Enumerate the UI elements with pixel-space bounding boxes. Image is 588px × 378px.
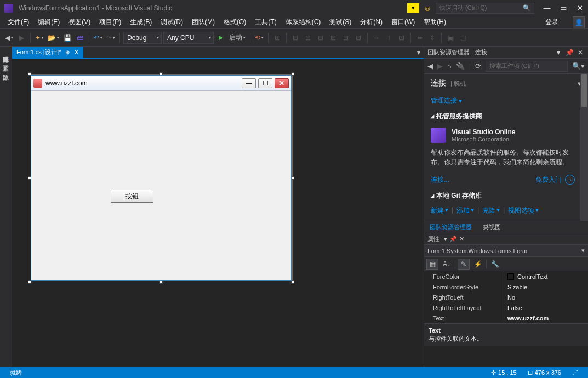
provider-section[interactable]: 托管服务提供商	[424, 108, 588, 124]
active-files-dropdown[interactable]: ▾	[414, 47, 424, 58]
start-button[interactable]: 启动	[228, 32, 247, 44]
menu-tools[interactable]: 工具(T)	[250, 16, 281, 28]
scroll-thumb[interactable]	[581, 74, 587, 107]
same-height-button[interactable]: ↕	[384, 32, 395, 44]
quick-launch-input[interactable]: 快速启动 (Ctrl+Q)🔍	[436, 3, 534, 14]
prop-row-rtllayout[interactable]: RightToLeftLayoutFalse	[424, 302, 588, 313]
menu-format[interactable]: 格式(O)	[219, 16, 250, 28]
undo-button[interactable]: ↶	[93, 32, 104, 44]
menu-debug[interactable]: 调试(D)	[156, 16, 187, 28]
home-icon[interactable]: ⌂	[447, 62, 452, 70]
resize-grip-icon[interactable]: ⋰	[567, 369, 584, 376]
prop-row-rtl[interactable]: RightToLeftNo	[424, 292, 588, 302]
refresh-icon[interactable]: ⟳	[475, 62, 481, 70]
categorized-button[interactable]: ▦	[426, 259, 438, 270]
same-width-button[interactable]: ↔	[371, 32, 382, 44]
user-avatar-icon[interactable]: 👤	[573, 16, 585, 28]
nav-back-icon[interactable]: ◀	[427, 62, 433, 70]
git-add-link[interactable]: 添加	[456, 206, 470, 215]
alpha-button[interactable]: A↓	[441, 259, 453, 270]
restore-button[interactable]: ▭	[555, 2, 572, 14]
config-combo[interactable]: Debug	[123, 32, 162, 44]
server-explorer-tab[interactable]: 服务器资源管理器	[1, 50, 11, 54]
window-pos-icon[interactable]: ▾	[444, 236, 447, 243]
properties-grid[interactable]: ForeColor ControlText FormBorderStyleSiz…	[424, 271, 588, 323]
manage-connections-link[interactable]: 管理连接	[431, 96, 457, 105]
pin-icon[interactable]: 📌	[449, 236, 457, 243]
datasources-tab[interactable]: 数据源	[1, 67, 11, 72]
menu-team[interactable]: 团队(M)	[187, 16, 219, 28]
send-back-button[interactable]: ▢	[458, 32, 469, 44]
plug-icon[interactable]: 🔌	[456, 62, 465, 70]
scrollbar[interactable]	[580, 74, 588, 221]
form-designer[interactable]: www.uzzf.com — ☐ ✕ 按钮	[12, 59, 424, 367]
tab-team-explorer[interactable]: 团队资源管理器	[424, 221, 477, 233]
align-left-button[interactable]: ⊟	[290, 32, 301, 44]
menu-analyze[interactable]: 分析(N)	[356, 16, 387, 28]
prop-row-forecolor[interactable]: ForeColor ControlText	[424, 271, 588, 282]
align-grid-button[interactable]: ⊞	[272, 32, 283, 44]
menu-help[interactable]: 帮助(H)	[419, 16, 450, 28]
connect-link[interactable]: 连接...	[431, 175, 449, 185]
menu-view[interactable]: 视图(V)	[64, 16, 95, 28]
design-button-control[interactable]: 按钮	[111, 190, 153, 203]
nav-fwd-icon[interactable]: ▶	[437, 62, 443, 70]
nav-back-button[interactable]: ◀	[3, 32, 14, 44]
align-center-button[interactable]: ⊟	[302, 32, 313, 44]
align-middle-button[interactable]: ⊟	[340, 32, 351, 44]
design-form-window[interactable]: www.uzzf.com — ☐ ✕ 按钮	[31, 75, 292, 281]
feedback-icon[interactable]: ☺	[424, 4, 431, 13]
close-button[interactable]: ✕	[572, 2, 588, 14]
align-top-button[interactable]: ⊟	[328, 32, 339, 44]
login-link[interactable]: 登录	[541, 16, 563, 28]
redo-button[interactable]: ↷	[105, 32, 116, 44]
arrow-circle-icon[interactable]: →	[565, 175, 575, 185]
property-pages-button[interactable]: 🔧	[489, 259, 501, 270]
menu-window[interactable]: 窗口(W)	[387, 16, 419, 28]
document-tab-form1[interactable]: Form1.cs [设计]* ⊕ ✕	[12, 47, 83, 58]
open-file-button[interactable]: 📂	[47, 32, 60, 44]
pin-icon[interactable]: ⊕	[65, 49, 70, 55]
prop-row-borderstyle[interactable]: FormBorderStyleSizable	[424, 282, 588, 292]
form-client-area[interactable]: 按钮	[31, 91, 291, 280]
align-right-button[interactable]: ⊟	[315, 32, 326, 44]
events-button[interactable]: ⚡	[472, 259, 484, 270]
save-button[interactable]: 💾	[62, 32, 73, 44]
menu-file[interactable]: 文件(F)	[3, 16, 33, 28]
prop-row-text[interactable]: Textwww.uzzf.com	[424, 313, 588, 323]
align-bottom-button[interactable]: ⊟	[353, 32, 364, 44]
team-search-input[interactable]: 搜索工作项 (Ctrl+')	[486, 61, 568, 72]
properties-object-combo[interactable]: Form1 System.Windows.Forms.Form▾	[424, 245, 588, 257]
search-dd-icon[interactable]: 🔍▾	[572, 62, 585, 70]
menu-project[interactable]: 项目(P)	[95, 16, 125, 28]
menu-arch[interactable]: 体系结构(C)	[281, 16, 326, 28]
tab-class-view[interactable]: 类视图	[477, 221, 506, 233]
git-section[interactable]: 本地 Git 存储库	[424, 188, 588, 204]
menu-test[interactable]: 测试(S)	[325, 16, 356, 28]
pin-icon[interactable]: 📌	[565, 48, 574, 57]
form-selection-frame[interactable]: www.uzzf.com — ☐ ✕ 按钮	[30, 74, 293, 282]
minimize-button[interactable]: —	[539, 2, 555, 14]
free-start-link[interactable]: 免费入门	[535, 176, 562, 184]
vspace-button[interactable]: ⇕	[427, 32, 438, 44]
new-project-button[interactable]: ✦	[34, 32, 45, 44]
properties-button[interactable]: ✎	[458, 259, 470, 270]
save-all-button[interactable]: 🗃	[75, 32, 85, 44]
bring-front-button[interactable]: ▣	[445, 32, 456, 44]
platform-combo[interactable]: Any CPU	[163, 32, 214, 44]
menu-edit[interactable]: 编辑(E)	[33, 16, 64, 28]
window-pos-icon[interactable]: ▾	[554, 48, 563, 57]
nav-fwd-button[interactable]: ▶	[16, 32, 27, 44]
close-pane-icon[interactable]: ✕	[576, 48, 585, 57]
close-tab-icon[interactable]: ✕	[74, 49, 79, 56]
same-size-button[interactable]: ⊡	[396, 32, 407, 44]
notification-flag-icon[interactable]: ▾	[407, 3, 419, 13]
hspace-button[interactable]: ⇔	[414, 32, 425, 44]
git-new-link[interactable]: 新建	[431, 206, 444, 215]
git-clone-link[interactable]: 克隆	[482, 206, 495, 215]
git-view-link[interactable]: 视图选项	[508, 206, 534, 215]
menu-build[interactable]: 生成(B)	[125, 16, 156, 28]
toolbox-tab[interactable]: 工具箱	[1, 59, 11, 63]
browser-link-button[interactable]: ⟲	[254, 32, 265, 44]
close-pane-icon[interactable]: ✕	[459, 236, 464, 243]
